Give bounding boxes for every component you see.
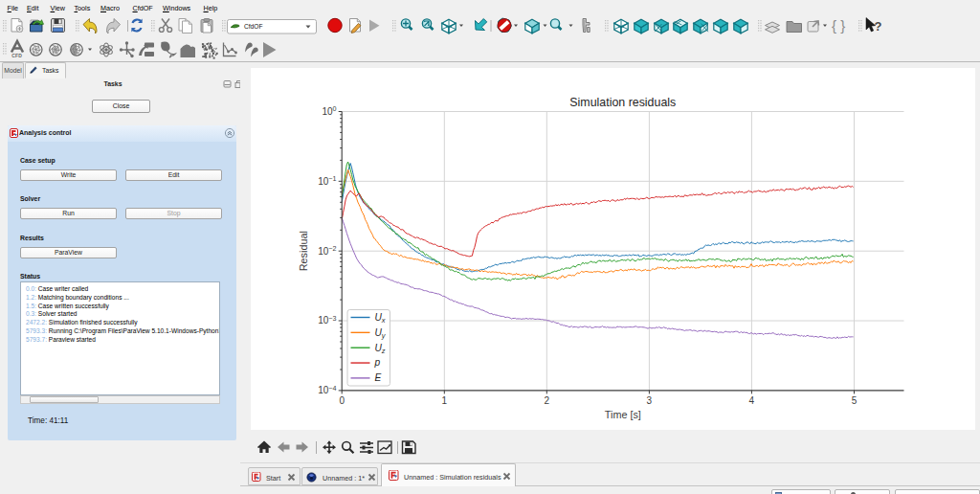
svg-text:0: 0 bbox=[339, 395, 345, 406]
svg-text:5: 5 bbox=[852, 395, 858, 406]
svg-text:{ }: { } bbox=[832, 17, 845, 34]
svg-text:Simulation residuals: Simulation residuals bbox=[569, 96, 676, 109]
svg-text:Residual: Residual bbox=[298, 231, 309, 271]
svg-text:4: 4 bbox=[749, 395, 755, 406]
svg-text:CfdOF: CfdOF bbox=[244, 23, 262, 30]
svg-text:p: p bbox=[374, 357, 381, 368]
svg-text:E: E bbox=[375, 372, 382, 383]
svg-text:1: 1 bbox=[442, 395, 448, 406]
svg-text:Time [s]: Time [s] bbox=[605, 409, 641, 420]
svg-text:?: ? bbox=[875, 19, 882, 34]
svg-text:CFD: CFD bbox=[11, 53, 22, 58]
svg-text:3: 3 bbox=[647, 395, 653, 406]
svg-text:2: 2 bbox=[545, 395, 550, 406]
